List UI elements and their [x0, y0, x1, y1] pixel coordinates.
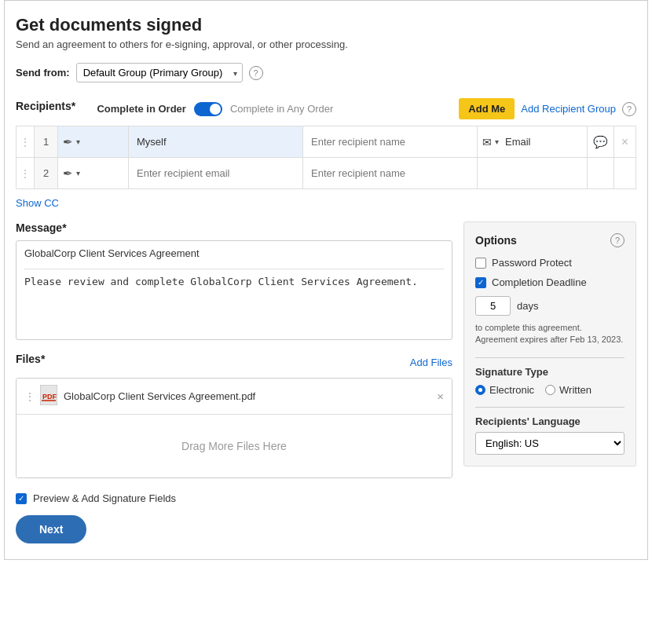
recipients-label: Recipients* [16, 100, 75, 112]
add-me-button[interactable]: Add Me [459, 98, 515, 119]
days-label: days [517, 300, 538, 312]
file-name: GlobalCorp Client Services Agreement.pdf [64, 390, 437, 402]
file-drag-handle[interactable]: ⋮ [24, 390, 35, 403]
show-cc-link[interactable]: Show CC [16, 197, 59, 209]
recipient-number: 1 [43, 136, 49, 148]
options-help-icon[interactable]: ? [610, 233, 625, 247]
recipients-help-icon[interactable]: ? [622, 102, 636, 116]
send-from-label: Send from: [16, 67, 70, 79]
days-input[interactable] [475, 296, 511, 316]
drag-more-area[interactable]: Drag More Files Here [16, 415, 452, 478]
options-title: Options [475, 234, 517, 247]
preview-label: Preview & Add Signature Fields [33, 492, 176, 504]
role-chevron-icon[interactable]: ▾ [76, 137, 80, 146]
email-icon: ✉ [482, 136, 492, 148]
complete-any-order-label: Complete in Any Order [230, 103, 334, 115]
password-protect-option: Password Protect [475, 257, 625, 269]
file-close-icon[interactable]: × [437, 390, 444, 403]
files-box: ⋮ PDF GlobalCorp Client Services Agreeme… [16, 378, 452, 478]
language-select[interactable]: English: US French German Spanish Japane… [475, 432, 625, 455]
close-icon[interactable]: × [621, 135, 628, 148]
message-label: Message* [16, 221, 452, 234]
pen-icon: ✒ [63, 135, 73, 149]
add-files-link[interactable]: Add Files [410, 357, 452, 368]
recipient-name-filled: Myself [137, 136, 167, 148]
preview-row: ✓ Preview & Add Signature Fields [16, 492, 636, 504]
delivery-label: Email [505, 136, 531, 148]
message-subject-input[interactable] [24, 247, 444, 259]
page-title: Get documents signed [16, 15, 636, 35]
send-from-help-icon[interactable]: ? [249, 66, 263, 80]
completion-deadline-checkbox[interactable]: ✓ [475, 277, 486, 288]
password-protect-checkbox[interactable] [475, 258, 486, 269]
options-panel: Options ? Password Protect ✓ Completion … [463, 221, 636, 467]
recipients-table: ⋮ 1 ✒ ▾ Myself [16, 126, 636, 189]
complete-order-label: Complete in Order [97, 103, 185, 115]
delivery-chevron-icon[interactable]: ▾ [495, 137, 499, 146]
days-row: days [475, 296, 625, 316]
message-body-input[interactable]: Please review and complete GlobalCorp Cl… [24, 276, 444, 331]
message-icon[interactable]: 💬 [593, 135, 608, 148]
completion-deadline-label: Completion Deadline [492, 276, 587, 288]
password-protect-label: Password Protect [492, 257, 572, 269]
list-item: ⋮ PDF GlobalCorp Client Services Agreeme… [16, 379, 452, 415]
message-section: Message* Please review and complete Glob… [16, 221, 452, 340]
drag-handle-icon[interactable]: ⋮ [16, 136, 34, 148]
recipient-email-input[interactable] [129, 167, 302, 179]
table-row: ⋮ 2 ✒ ▾ [16, 158, 636, 189]
pdf-icon: PDF [40, 385, 57, 408]
recipient-number: 2 [43, 167, 49, 179]
add-recipient-group-button[interactable]: Add Recipient Group [521, 103, 616, 115]
completion-deadline-option: ✓ Completion Deadline [475, 276, 625, 288]
svg-text:PDF: PDF [42, 393, 57, 401]
next-button[interactable]: Next [16, 515, 86, 543]
drag-handle-icon[interactable]: ⋮ [16, 167, 34, 180]
recipient-name-input[interactable] [303, 136, 477, 148]
written-label: Written [559, 384, 592, 396]
electronic-label: Electronic [489, 384, 534, 396]
electronic-radio-option[interactable]: Electronic [475, 384, 534, 396]
recipients-language-label: Recipients' Language [475, 415, 625, 427]
pen-icon: ✒ [63, 166, 73, 181]
role-chevron-icon[interactable]: ▾ [76, 169, 80, 177]
signature-type-label: Signature Type [475, 366, 625, 378]
send-from-select[interactable]: Default Group (Primary Group) [76, 63, 243, 82]
files-section: Files* Add Files ⋮ PDF [16, 353, 452, 478]
written-radio-option[interactable]: Written [545, 384, 592, 396]
drag-more-label: Drag More Files Here [181, 440, 287, 452]
page-subtitle: Send an agreement to others for e-signin… [16, 38, 636, 50]
recipient-name-input-2[interactable] [303, 167, 477, 179]
table-row: ⋮ 1 ✒ ▾ Myself [16, 126, 636, 158]
complete-order-toggle[interactable] [194, 102, 222, 116]
files-label: Files* [16, 353, 45, 365]
preview-checkbox[interactable]: ✓ [16, 493, 27, 504]
signature-type-row: Electronic Written [475, 384, 625, 396]
recipients-section: Recipients* Complete in Order Complete i… [16, 98, 636, 221]
expiry-text: to complete this agreement. Agreement ex… [475, 322, 625, 346]
